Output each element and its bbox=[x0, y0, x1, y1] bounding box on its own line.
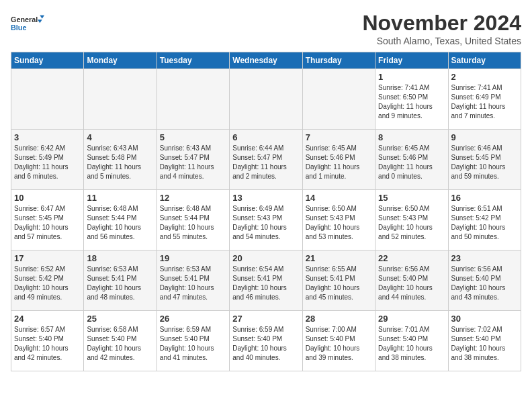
day-number: 23 bbox=[451, 253, 518, 263]
calendar-cell: 15Sunrise: 6:50 AM Sunset: 5:43 PM Dayli… bbox=[375, 190, 448, 250]
cell-text: Sunrise: 6:43 AM Sunset: 5:47 PM Dayligh… bbox=[160, 144, 226, 181]
calendar-cell: 14Sunrise: 6:50 AM Sunset: 5:43 PM Dayli… bbox=[302, 190, 375, 250]
day-number: 28 bbox=[306, 314, 372, 324]
calendar-cell: 18Sunrise: 6:53 AM Sunset: 5:41 PM Dayli… bbox=[84, 250, 157, 311]
day-number: 7 bbox=[306, 132, 372, 142]
calendar-cell bbox=[302, 69, 375, 130]
day-number: 25 bbox=[87, 314, 153, 324]
calendar-cell: 12Sunrise: 6:48 AM Sunset: 5:44 PM Dayli… bbox=[157, 190, 229, 250]
calendar-cell: 28Sunrise: 7:00 AM Sunset: 5:40 PM Dayli… bbox=[302, 311, 375, 371]
day-number: 16 bbox=[451, 193, 518, 203]
day-number: 9 bbox=[451, 132, 518, 142]
cell-text: Sunrise: 6:49 AM Sunset: 5:43 PM Dayligh… bbox=[232, 204, 299, 242]
calendar-day-header: Saturday bbox=[448, 52, 521, 69]
calendar-header-row: SundayMondayTuesdayWednesdayThursdayFrid… bbox=[11, 52, 521, 69]
calendar-cell: 13Sunrise: 6:49 AM Sunset: 5:43 PM Dayli… bbox=[230, 190, 302, 250]
day-number: 5 bbox=[160, 132, 226, 142]
cell-text: Sunrise: 7:01 AM Sunset: 5:40 PM Dayligh… bbox=[378, 325, 445, 363]
calendar-cell: 23Sunrise: 6:56 AM Sunset: 5:40 PM Dayli… bbox=[448, 250, 521, 311]
day-number: 21 bbox=[306, 253, 372, 263]
day-number: 19 bbox=[160, 253, 226, 263]
cell-text: Sunrise: 6:45 AM Sunset: 5:46 PM Dayligh… bbox=[306, 144, 372, 181]
day-number: 24 bbox=[14, 314, 81, 324]
cell-text: Sunrise: 6:59 AM Sunset: 5:40 PM Dayligh… bbox=[160, 325, 226, 363]
day-number: 15 bbox=[378, 193, 445, 203]
calendar-cell bbox=[11, 69, 84, 130]
calendar-cell: 1Sunrise: 7:41 AM Sunset: 6:50 PM Daylig… bbox=[375, 69, 448, 130]
calendar-day-header: Thursday bbox=[302, 52, 375, 69]
title-block: November 2024 South Alamo, Texas, United… bbox=[362, 11, 521, 46]
calendar-table: SundayMondayTuesdayWednesdayThursdayFrid… bbox=[11, 52, 521, 371]
cell-text: Sunrise: 7:00 AM Sunset: 5:40 PM Dayligh… bbox=[306, 325, 372, 363]
day-number: 13 bbox=[232, 193, 299, 203]
day-number: 29 bbox=[378, 314, 445, 324]
calendar-cell: 11Sunrise: 6:48 AM Sunset: 5:44 PM Dayli… bbox=[84, 190, 157, 250]
calendar-cell: 9Sunrise: 6:46 AM Sunset: 5:45 PM Daylig… bbox=[448, 130, 521, 190]
day-number: 2 bbox=[451, 72, 518, 82]
month-title: November 2024 bbox=[362, 11, 521, 36]
location: South Alamo, Texas, United States bbox=[362, 36, 521, 46]
cell-text: Sunrise: 6:48 AM Sunset: 5:44 PM Dayligh… bbox=[87, 204, 153, 242]
cell-text: Sunrise: 6:56 AM Sunset: 5:40 PM Dayligh… bbox=[378, 265, 445, 302]
calendar-day-header: Friday bbox=[375, 52, 448, 69]
cell-text: Sunrise: 6:58 AM Sunset: 5:40 PM Dayligh… bbox=[87, 325, 153, 363]
cell-text: Sunrise: 6:53 AM Sunset: 5:41 PM Dayligh… bbox=[160, 265, 226, 302]
calendar-day-header: Sunday bbox=[11, 52, 84, 69]
svg-text:Blue: Blue bbox=[11, 24, 26, 32]
cell-text: Sunrise: 6:50 AM Sunset: 5:43 PM Dayligh… bbox=[378, 204, 445, 242]
day-number: 27 bbox=[232, 314, 299, 324]
svg-text:General: General bbox=[11, 15, 38, 24]
calendar-day-header: Tuesday bbox=[157, 52, 229, 69]
day-number: 11 bbox=[87, 193, 153, 203]
cell-text: Sunrise: 6:59 AM Sunset: 5:40 PM Dayligh… bbox=[232, 325, 299, 363]
calendar-cell: 25Sunrise: 6:58 AM Sunset: 5:40 PM Dayli… bbox=[84, 311, 157, 371]
cell-text: Sunrise: 6:55 AM Sunset: 5:41 PM Dayligh… bbox=[306, 265, 372, 302]
calendar-week-row: 10Sunrise: 6:47 AM Sunset: 5:45 PM Dayli… bbox=[11, 190, 521, 250]
cell-text: Sunrise: 6:45 AM Sunset: 5:46 PM Dayligh… bbox=[378, 144, 445, 181]
logo-svg: General Blue bbox=[11, 11, 44, 38]
svg-marker-3 bbox=[38, 19, 42, 23]
calendar-day-header: Wednesday bbox=[230, 52, 302, 69]
calendar-cell: 26Sunrise: 6:59 AM Sunset: 5:40 PM Dayli… bbox=[157, 311, 229, 371]
cell-text: Sunrise: 6:44 AM Sunset: 5:47 PM Dayligh… bbox=[232, 144, 299, 181]
calendar-cell: 5Sunrise: 6:43 AM Sunset: 5:47 PM Daylig… bbox=[157, 130, 229, 190]
svg-marker-2 bbox=[40, 15, 44, 19]
day-number: 1 bbox=[378, 72, 445, 82]
day-number: 30 bbox=[451, 314, 518, 324]
calendar-cell: 21Sunrise: 6:55 AM Sunset: 5:41 PM Dayli… bbox=[302, 250, 375, 311]
day-number: 20 bbox=[232, 253, 299, 263]
day-number: 14 bbox=[306, 193, 372, 203]
page-header: General Blue November 2024 South Alamo, … bbox=[11, 11, 521, 46]
calendar-cell: 27Sunrise: 6:59 AM Sunset: 5:40 PM Dayli… bbox=[230, 311, 302, 371]
calendar-cell: 10Sunrise: 6:47 AM Sunset: 5:45 PM Dayli… bbox=[11, 190, 84, 250]
cell-text: Sunrise: 6:47 AM Sunset: 5:45 PM Dayligh… bbox=[14, 204, 81, 242]
calendar-cell: 20Sunrise: 6:54 AM Sunset: 5:41 PM Dayli… bbox=[230, 250, 302, 311]
cell-text: Sunrise: 7:41 AM Sunset: 6:49 PM Dayligh… bbox=[451, 83, 518, 121]
calendar-cell: 24Sunrise: 6:57 AM Sunset: 5:40 PM Dayli… bbox=[11, 311, 84, 371]
calendar-cell: 30Sunrise: 7:02 AM Sunset: 5:40 PM Dayli… bbox=[448, 311, 521, 371]
calendar-cell: 4Sunrise: 6:43 AM Sunset: 5:48 PM Daylig… bbox=[84, 130, 157, 190]
day-number: 3 bbox=[14, 132, 81, 142]
day-number: 22 bbox=[378, 253, 445, 263]
day-number: 26 bbox=[160, 314, 226, 324]
calendar-cell bbox=[230, 69, 302, 130]
calendar-cell bbox=[84, 69, 157, 130]
calendar-cell: 16Sunrise: 6:51 AM Sunset: 5:42 PM Dayli… bbox=[448, 190, 521, 250]
calendar-cell: 7Sunrise: 6:45 AM Sunset: 5:46 PM Daylig… bbox=[302, 130, 375, 190]
calendar-week-row: 24Sunrise: 6:57 AM Sunset: 5:40 PM Dayli… bbox=[11, 311, 521, 371]
calendar-week-row: 17Sunrise: 6:52 AM Sunset: 5:42 PM Dayli… bbox=[11, 250, 521, 311]
day-number: 18 bbox=[87, 253, 153, 263]
calendar-cell: 17Sunrise: 6:52 AM Sunset: 5:42 PM Dayli… bbox=[11, 250, 84, 311]
cell-text: Sunrise: 6:43 AM Sunset: 5:48 PM Dayligh… bbox=[87, 144, 153, 181]
calendar-cell bbox=[157, 69, 229, 130]
day-number: 8 bbox=[378, 132, 445, 142]
day-number: 6 bbox=[232, 132, 299, 142]
cell-text: Sunrise: 6:51 AM Sunset: 5:42 PM Dayligh… bbox=[451, 204, 518, 242]
cell-text: Sunrise: 6:46 AM Sunset: 5:45 PM Dayligh… bbox=[451, 144, 518, 181]
calendar-week-row: 3Sunrise: 6:42 AM Sunset: 5:49 PM Daylig… bbox=[11, 130, 521, 190]
cell-text: Sunrise: 6:54 AM Sunset: 5:41 PM Dayligh… bbox=[232, 265, 299, 302]
calendar-day-header: Monday bbox=[84, 52, 157, 69]
cell-text: Sunrise: 6:48 AM Sunset: 5:44 PM Dayligh… bbox=[160, 204, 226, 242]
cell-text: Sunrise: 7:02 AM Sunset: 5:40 PM Dayligh… bbox=[451, 325, 518, 363]
cell-text: Sunrise: 6:53 AM Sunset: 5:41 PM Dayligh… bbox=[87, 265, 153, 302]
